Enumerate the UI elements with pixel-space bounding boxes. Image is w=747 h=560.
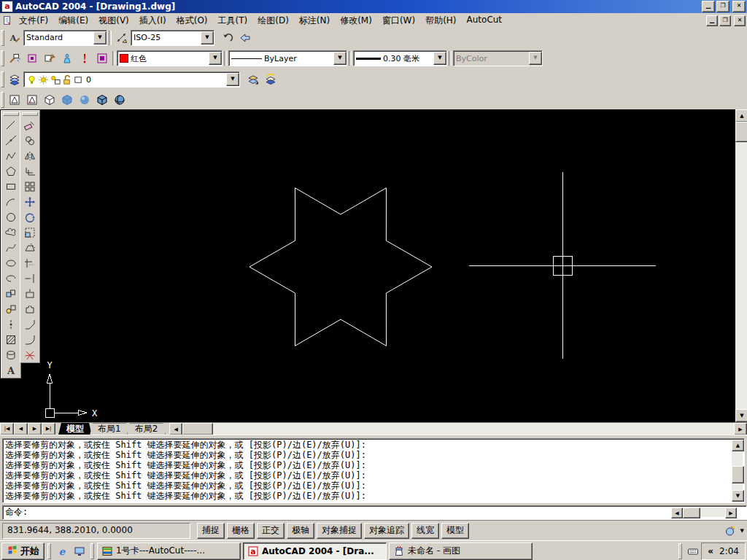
communication-center-icon[interactable] — [722, 523, 738, 539]
break-at-point-button[interactable] — [21, 286, 39, 301]
undo-button[interactable] — [219, 30, 236, 46]
canvas-horizontal-scrollbar[interactable]: ◀ ▶ — [169, 423, 747, 435]
3d-wireframe-button[interactable] — [23, 92, 41, 108]
block-edit-button[interactable] — [41, 50, 58, 66]
menu-item-help[interactable]: 帮助(H) — [420, 13, 461, 28]
explode-button[interactable] — [21, 347, 39, 362]
dim-style-button[interactable] — [113, 30, 131, 46]
2d-wireframe-button[interactable] — [6, 92, 23, 108]
insert-block-button[interactable] — [2, 286, 20, 301]
menu-item-insert[interactable]: 插入(I) — [134, 13, 171, 28]
toggle-grid[interactable]: 栅格 — [227, 523, 255, 539]
trim-button[interactable] — [21, 255, 39, 271]
dim-style-combo[interactable]: ISO-25 ▼ — [131, 30, 214, 46]
copy-button[interactable] — [21, 133, 39, 148]
command-history[interactable]: 选择要修剪的对象，或按住 Shift 键选择要延伸的对象，或 [投影(P)/边(… — [2, 438, 745, 503]
flat-shaded-button[interactable] — [58, 92, 76, 108]
scroll-up-button[interactable]: ▲ — [735, 109, 747, 122]
toolbar-grip[interactable] — [1, 92, 4, 108]
mirror-button[interactable] — [21, 148, 39, 163]
text-style-button[interactable]: A — [6, 30, 23, 46]
chevron-down-icon[interactable]: ▼ — [333, 52, 347, 65]
erase-button[interactable] — [21, 117, 39, 133]
array-button[interactable] — [21, 179, 39, 194]
toggle-otrack[interactable]: 对象追踪 — [364, 523, 409, 539]
rectangle-button[interactable] — [2, 179, 20, 194]
chevron-down-icon[interactable]: ▼ — [93, 31, 107, 44]
exclamation-button[interactable] — [76, 50, 93, 66]
multiline-text-button[interactable]: A — [2, 362, 20, 378]
bulb-icon[interactable] — [26, 74, 37, 85]
line-button[interactable] — [2, 117, 20, 133]
menu-item-view[interactable]: 视图(V) — [93, 13, 134, 28]
canvas-vertical-scrollbar[interactable]: ▲ ▼ — [735, 109, 747, 422]
command-horizontal-scrollbar[interactable]: ◀ ▶ — [671, 508, 737, 517]
status-tray-chevron-icon[interactable]: ▼ — [740, 528, 744, 534]
menu-item-edit[interactable]: 编辑(E) — [53, 13, 93, 28]
scroll-right-button[interactable]: ▶ — [734, 423, 747, 435]
menu-item-tools[interactable]: 工具(T) — [213, 13, 253, 28]
scroll-down-button[interactable]: ▼ — [732, 490, 744, 502]
toggle-snap[interactable]: 捕捉 — [197, 523, 225, 539]
toolbar-grip[interactable] — [1, 30, 4, 46]
scroll-left-button[interactable]: ◀ — [671, 508, 683, 518]
tab-model[interactable]: 模型 — [58, 423, 92, 435]
toggle-polar[interactable]: 极轴 — [287, 523, 314, 539]
close-button[interactable]: ✕ — [732, 1, 746, 12]
start-button[interactable]: 开始 — [1, 542, 44, 560]
toolbar-grip[interactable] — [1, 71, 4, 88]
star-drawing-object[interactable] — [249, 188, 432, 346]
menu-item-window[interactable]: 窗口(W) — [377, 13, 420, 28]
make-layer-current-button[interactable] — [244, 71, 262, 88]
donut-button[interactable] — [23, 50, 41, 66]
linetype-combo[interactable]: ByLayer ▼ — [228, 50, 347, 66]
construction-line-button[interactable] — [2, 133, 20, 148]
scrollbar-thumb[interactable] — [683, 508, 700, 518]
menu-item-autocut[interactable]: AutoCut — [462, 13, 508, 28]
ellipse-button[interactable] — [2, 255, 20, 271]
break-button[interactable] — [21, 301, 39, 316]
sun-freeze-icon[interactable] — [50, 74, 61, 85]
arc-button[interactable] — [2, 194, 20, 209]
revision-cloud-button[interactable] — [2, 225, 20, 240]
toolbar-grip[interactable] — [1, 50, 4, 66]
prev-tab-button[interactable]: ◀ — [14, 423, 28, 435]
child-minimize-button[interactable]: ▁ — [706, 15, 718, 26]
chevron-down-icon[interactable]: ▼ — [433, 52, 446, 65]
fillet-button[interactable] — [21, 332, 39, 347]
chamfer-button[interactable] — [21, 316, 39, 332]
scroll-right-button[interactable]: ▶ — [725, 508, 737, 518]
menu-item-format[interactable]: 格式(O) — [171, 13, 213, 28]
nested-block-button[interactable] — [93, 50, 111, 66]
taskbar-grip[interactable] — [47, 543, 51, 559]
toggle-model[interactable]: 模型 — [441, 523, 469, 539]
rotate-button[interactable] — [21, 209, 39, 225]
task-button-paint[interactable]: 未命名 - 画图 — [389, 542, 533, 560]
offset-button[interactable] — [21, 163, 39, 179]
unlock-icon[interactable] — [61, 74, 72, 85]
child-restore-button[interactable]: ❐ — [719, 15, 731, 26]
task-button-autocad[interactable]: aAutoCAD 2004 - [Dra... — [243, 542, 387, 560]
stretch-button[interactable] — [21, 240, 39, 255]
move-button[interactable] — [21, 194, 39, 209]
toolbar-grip[interactable] — [22, 112, 38, 116]
polygon-button[interactable] — [2, 163, 20, 179]
drawing-canvas[interactable]: Y X — [0, 109, 735, 422]
input-method-keyboard-icon[interactable] — [685, 543, 701, 559]
gouraud-shaded-edges-button[interactable] — [111, 92, 128, 108]
spray-button[interactable] — [58, 50, 76, 66]
text-style-combo[interactable]: Standard ▼ — [23, 30, 107, 46]
task-button-autocut-card[interactable]: 1号卡---AutoCut----... — [97, 542, 241, 560]
swatch-icon[interactable] — [73, 74, 84, 85]
scroll-down-button[interactable]: ▼ — [735, 409, 747, 422]
menu-item-draw[interactable]: 绘图(D) — [252, 13, 294, 28]
flat-shaded-edges-button[interactable] — [93, 92, 111, 108]
scrollbar-thumb[interactable] — [735, 122, 747, 142]
taskbar-grip[interactable] — [90, 543, 94, 559]
layer-combo[interactable]: 0 ▼ — [23, 71, 240, 88]
back-arrow-button[interactable] — [236, 30, 254, 46]
polyline-button[interactable] — [2, 148, 20, 163]
spline-button[interactable] — [2, 240, 20, 255]
sun-icon[interactable] — [38, 74, 49, 85]
command-scrollbar[interactable]: ▲ ▼ — [732, 440, 743, 502]
